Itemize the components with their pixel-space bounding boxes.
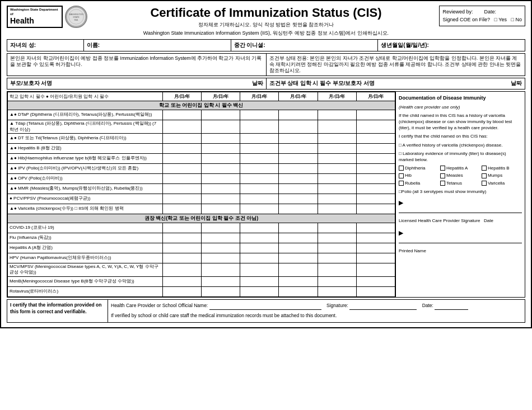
date-col-1: 月/日/年 (162, 92, 201, 101)
table-row: ● PCV/PPSV (Pneumococcal(폐렴구균)) (8, 194, 395, 204)
required-section-header: 학교 또는 어린이집 입학 시 필수 백신 (8, 101, 395, 110)
footer-verified-text: If verified by school or child care staf… (111, 312, 522, 320)
table-row: ▲● IPV (Polio(소아마비)) (IPV/OPV(사백신/생백신)의 … (8, 163, 395, 173)
yes-checkbox[interactable]: □ (494, 17, 497, 22)
dob-field: 생년월일(월/일/년): (378, 40, 525, 51)
logo-text: Washington State Department of Health (7, 6, 63, 27)
table-row: ▲● DT 또는 Td(Tetanus (파상풍), Diphtheria (디… (8, 133, 395, 143)
info-right: 조건부 상태 전용: 본인은 본인의 자녀가 조건부 상태로 학교/어린이집에 … (267, 54, 525, 76)
checkbox-input[interactable] (440, 166, 445, 171)
disease-checkbox-item: Hepatitis B (482, 165, 522, 171)
provider-name-row: Health Care Provider or School Official … (111, 302, 522, 310)
arrow-icon-2: ▶ (399, 229, 403, 237)
checkbox-input[interactable] (482, 166, 487, 171)
date-col-4: 月/日/年 (279, 92, 318, 101)
header-center: Certificate of Immunization Status (CIS)… (143, 6, 389, 37)
table-row: ▲● DTaP (Diphtheria (디프테리아), Tetanus(파상풍… (8, 110, 395, 120)
svg-text:WASHINGTON: WASHINGTON (69, 13, 83, 16)
table-row: ▲● OPV (Polio(소아마비)) (8, 173, 395, 183)
panel-item1: □ A verified history of varicella (chick… (399, 142, 522, 148)
checkbox-input[interactable] (399, 181, 404, 186)
subtitle-english: Washington State Immunization Informatio… (143, 30, 389, 37)
reviewed-line: Reviewed by: Date: (442, 8, 522, 16)
panel-item2: □ Laboratory evidence of immunity (titer… (399, 150, 522, 163)
date-col-2: 月/日/年 (201, 92, 240, 101)
checkbox-input[interactable] (440, 173, 445, 178)
disease-checkbox-item: Measles (440, 172, 480, 178)
footer-certify: I certify that the information provided … (7, 300, 108, 322)
checkbox-input[interactable] (399, 166, 404, 171)
disease-checkbox-item: Tetanus (440, 180, 480, 186)
table-row: MenB(Meningococcal Disease type B(B형 수막구… (8, 276, 395, 286)
table-row: COVID-19 (코로나 19) (8, 223, 395, 233)
right-panel: Documentation of Disease Immunity (Healt… (396, 92, 525, 297)
printed-name-label: Printed Name (399, 248, 522, 254)
page-container: Washington State Department of Health WA… (0, 0, 532, 328)
table-row: ▲● Varicella (chickenpox(수두)) □ IIS에 의해 … (8, 204, 395, 214)
checkbox-input[interactable] (440, 181, 445, 186)
provider-sig-label: Licensed Health Care Provider Signature … (399, 218, 522, 224)
svg-text:SEAL: SEAL (74, 19, 78, 21)
signature-row: 부모/보호자 서명 날짜 조건부 상태 입학 시 필수 부모/보호자 서명 날짜 (7, 78, 525, 89)
recommended-section-header: 권장 백신(학교 또는 어린이집 입학 필수 조건 아님) (8, 214, 395, 223)
date-col-3: 月/日/年 (240, 92, 279, 101)
table-row: Hepatitis A (A형 간염) (8, 243, 395, 253)
disease-checkbox-item: Hepatitis A (440, 165, 480, 171)
panel-subtitle: (Health care provider use only) (399, 104, 522, 110)
first-name-field: 이름: (84, 40, 231, 51)
reviewed-box: Reviewed by: Date: Signed COE on File? □… (439, 6, 525, 26)
date-col-5: 月/日/年 (318, 92, 356, 101)
last-name-field: 자녀의 성: (7, 40, 84, 51)
state-seal: WASHINGTON STATE SEAL (65, 6, 87, 28)
svg-text:STATE: STATE (73, 16, 80, 18)
checkbox-input[interactable] (482, 173, 487, 178)
disease-checkbox-item: Varicella (482, 180, 522, 186)
table-row: ▲● MMR (Measles(홍역), Mumps(유행성이하선염), Rub… (8, 183, 395, 194)
disease-checkbox-grid: DiphtheriaHepatitis AHepatitis BHibMeasl… (399, 165, 522, 186)
panel-body2: I certify that the child named on this C… (399, 133, 522, 139)
arrow-row-1: ▶ (399, 199, 522, 207)
table-row: HPV (Human Papillomavirus(인체유두종바이러스)) (8, 253, 395, 263)
table-row: ▲ Tdap (Tetanus (파상풍), Diphtheria (디프테리아… (8, 120, 395, 134)
provider-sig-line (399, 213, 522, 213)
table-row: MCV/MPSV (Meningococcal Disease types A,… (8, 263, 395, 276)
page-title: Certificate of Immunization Status (CIS) (143, 6, 389, 20)
disease-checkbox-item: Hib (399, 172, 439, 178)
info-section: 본인은 자녀의 학교/어린이집이 예방 접종 정보를 Immunization … (7, 53, 525, 76)
conditional-sig-cell: 조건부 상태 입학 시 필수 부모/보호자 서명 날짜 (267, 78, 525, 89)
footer: I certify that the information provided … (7, 299, 525, 323)
table-row: ▲● Hib(Haemophilus influenzae type b(B형 … (8, 153, 395, 163)
info-left: 본인은 자녀의 학교/어린이집이 예방 접종 정보를 Immunization … (7, 54, 267, 76)
footer-right: Health Care Provider or School Official … (108, 300, 525, 322)
disease-checkbox-item: Rubella (399, 180, 439, 186)
arrow-row-2: ▶ (399, 229, 522, 237)
provider-sig-block: ▶ Licensed Health Care Provider Signatur… (399, 199, 522, 254)
checkbox-input[interactable] (399, 173, 404, 178)
fields-row: 자녀의 성: 이름: 중간 이니셜: 생년월일(월/일/년): (7, 39, 525, 51)
main-layout: 학교 입학 시 필수 ● 어린이집/유치원 입학 시 필수 月/日/年 月/日/… (7, 91, 525, 298)
subtitle-korean: 정자체로 기재하십시오. 양식 작성 방법은 뒷면을 참조하거나 (143, 21, 389, 29)
middle-initial-field: 중간 이니셜: (231, 40, 379, 51)
table-row: Rotavirus(로타바이러스) (8, 286, 395, 296)
date-col-6: 月/日/年 (356, 92, 395, 101)
checkbox-input[interactable] (482, 181, 487, 186)
table-header-label: 학교 입학 시 필수 ● 어린이집/유치원 입학 시 필수 (8, 92, 163, 101)
header-logo: Washington State Department of Health WA… (7, 6, 87, 28)
vaccine-table-col: 학교 입학 시 필수 ● 어린이집/유치원 입학 시 필수 月/日/年 月/日/… (7, 92, 396, 297)
panel-body1: If the child named in this CIS has a his… (399, 112, 522, 131)
header: Washington State Department of Health WA… (7, 6, 525, 37)
parent-sig-cell: 부모/보호자 서명 날짜 (7, 78, 267, 89)
polio-note: □Polio (all 3 serotypes must show immuni… (399, 188, 522, 195)
vaccine-table: 학교 입학 시 필수 ● 어린이집/유치원 입학 시 필수 月/日/年 月/日/… (7, 92, 395, 297)
panel-title: Documentation of Disease Immunity (399, 95, 522, 102)
disease-checkbox-item: Diphtheria (399, 165, 439, 171)
printed-name-line (399, 243, 522, 243)
table-row: Flu (Influenza (독감)) (8, 233, 395, 243)
disease-checkbox-item: Mumps (482, 172, 522, 178)
signed-coe-line: Signed COE on File? □ Yes □ No (442, 16, 522, 23)
no-checkbox[interactable]: □ (511, 17, 514, 22)
table-row: ▲● Hepatitis B (B형 간염) (8, 143, 395, 153)
arrow-icon-1: ▶ (399, 199, 403, 207)
